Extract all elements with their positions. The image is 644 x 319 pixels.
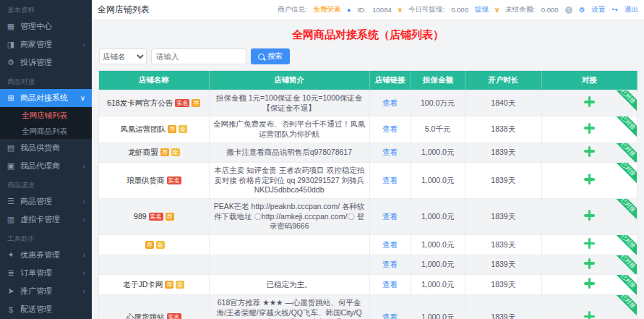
shop-name: 618发卡网官方公告 [107, 98, 173, 107]
sidebar-item-label: 推广管理 [20, 286, 52, 297]
yen-icon: ¥ [398, 6, 402, 14]
sidebar-item[interactable]: ⚙投诉管理 [0, 54, 92, 72]
shop-name: 老于JD卡网 [123, 280, 163, 289]
table-header-row: 店铺名称店铺简介店铺链接担保金额开户时长对接 [99, 71, 637, 90]
sidebar-section-label: 基本资料 [0, 0, 92, 17]
card-icon: ▥ [7, 215, 15, 224]
view-link[interactable]: 查看 [382, 260, 398, 268]
merchant-icon: ◨ [7, 40, 15, 49]
topbar: 全网店铺列表 商户信息: 免费荣素 ♦ ID: 10084 ¥ 今日可提现: 0… [92, 0, 644, 20]
connect-plus-icon[interactable] [584, 311, 595, 319]
sidebar-item-label: 优惠券管理 [20, 250, 60, 260]
connect-plus-icon[interactable] [584, 238, 595, 249]
sidebar-item[interactable]: ▤我品供货商 [0, 139, 92, 157]
column-header: 担保金额 [411, 71, 465, 90]
connect-plus-icon[interactable] [584, 123, 595, 134]
ribbon-badge: 已对接 [611, 275, 637, 295]
connect-cell: 已对接 [541, 275, 637, 295]
table-row: 琅墨供货商实名本店主卖 知评金贵 王者农药项目 双控稳定拍卖对接 价格肯定到位 … [99, 163, 637, 199]
sidebar-item[interactable]: ☰商品管理› [0, 192, 92, 210]
table-header: 店铺名称店铺简介店铺链接担保金额开户时长对接 [99, 71, 637, 90]
table-row: 龙虾商盟荐金搬卡注意看商品说明售后q978078617查看1,000.0元183… [99, 143, 637, 163]
badge: 荐 [165, 281, 173, 289]
system-icon: ⊞ [7, 93, 15, 103]
coupon-icon: ✦ [7, 250, 15, 260]
guarantee-amount: 5.0千元 [411, 116, 465, 143]
shop-name-cell: 心愿货跳站实名 [99, 294, 210, 319]
connect-plus-icon[interactable] [584, 174, 595, 184]
table-row: 查看1,000.0元1839天已对接 [99, 255, 637, 275]
sidebar-item-label: 商家管理 [20, 39, 52, 50]
search-bar: 店铺名 搜索 [99, 48, 644, 64]
complaint-icon: ⚙ [7, 58, 15, 67]
sidebar-item[interactable]: ➤推广管理› [0, 282, 92, 300]
delivery-icon: $ [7, 305, 15, 314]
chevron-down-icon: ∨ [80, 94, 85, 102]
connect-plus-icon[interactable] [584, 210, 595, 221]
shop-name: 琅墨供货商 [126, 176, 165, 184]
sidebar-item[interactable]: ≣订单管理› [0, 264, 92, 282]
settings-button[interactable]: 设置 [592, 5, 606, 14]
search-field-select[interactable]: 店铺名 [99, 48, 147, 64]
logout-button[interactable]: 退出 [624, 5, 638, 14]
view-link[interactable]: 查看 [382, 124, 398, 133]
sidebar-item[interactable]: ⊞商品对接系统∨ [0, 89, 92, 107]
ribbon-badge: 已对接 [611, 143, 637, 163]
view-link[interactable]: 查看 [382, 176, 398, 184]
withdraw-link[interactable]: 提现 [475, 5, 489, 14]
shop-name: 龙虾商盟 [128, 148, 158, 156]
logout-icon[interactable]: ↪ [612, 6, 618, 14]
sidebar-item[interactable]: ◨商家管理› [0, 35, 92, 54]
shop-name: 凤凰运营团队 [120, 124, 166, 133]
sidebar-section-label: 商品渠道 [0, 175, 92, 192]
gear-icon[interactable]: ⚙ [579, 6, 585, 14]
shop-link-cell: 查看 [369, 294, 411, 319]
main-content: 全网商品对接系统（店铺列表） 店铺名 搜索 店铺名称店铺简介店铺链接担保金额开户… [92, 20, 644, 319]
view-link[interactable]: 查看 [382, 280, 398, 289]
view-link[interactable]: 查看 [382, 148, 398, 156]
guarantee-amount: 1,000.0元 [411, 294, 465, 319]
search-button[interactable]: 搜索 [251, 48, 290, 64]
badge: 荐 [168, 125, 176, 133]
connect-plus-icon[interactable] [584, 146, 595, 157]
badge: 荐 [160, 148, 169, 156]
sidebar-item-label: 管理中心 [20, 21, 52, 32]
goods-icon: ☰ [7, 197, 15, 206]
sidebar-item[interactable]: ✦优惠券管理› [0, 246, 92, 264]
sidebar-item[interactable]: ▥虚拟卡管理› [0, 210, 92, 229]
table-row: 618发卡网官方公告实名荐担保金额 1元=100保证金 10元=1000保证金【… [99, 90, 637, 116]
sidebar-subitem[interactable]: 全网店铺列表 [0, 107, 92, 123]
connect-cell: 已对接 [541, 294, 637, 319]
shop-link-cell: 查看 [369, 199, 411, 235]
table-row: 心愿货跳站实名618官方推荐 ★★★ —心愿货跳站、何平金海/王者荣耀/穿越火线… [99, 294, 637, 319]
connect-cell: 已对接 [541, 235, 637, 255]
column-header: 店铺链接 [369, 71, 411, 90]
table-row: 老于JD卡网荐金已稳定为主。查看1,000.0元1839天已对接 [99, 275, 637, 295]
ribbon-badge: 已对接 [611, 116, 637, 140]
sidebar-subitem[interactable]: 全网商品列表 [0, 123, 92, 139]
sidebar-subitem-label: 全网商品列表 [22, 127, 67, 135]
connect-plus-icon[interactable] [584, 96, 595, 107]
shop-link-cell: 查看 [369, 90, 411, 116]
balance-label: 未结余额: [505, 5, 535, 14]
view-link[interactable]: 查看 [382, 312, 398, 319]
sidebar-item[interactable]: ▣我品代理商› [0, 157, 92, 175]
connect-plus-icon[interactable] [584, 258, 595, 269]
view-link[interactable]: 查看 [382, 212, 398, 221]
connect-plus-icon[interactable] [584, 278, 595, 289]
view-link[interactable]: 查看 [382, 240, 398, 249]
chevron-right-icon: › [83, 162, 85, 170]
guarantee-amount: 1,000.0元 [411, 275, 465, 295]
shop-intro: PEAK芒老 http://peaknb.cccpan.com/ 各种软件下载地… [209, 199, 369, 235]
search-input[interactable] [151, 48, 246, 64]
help-icon[interactable]: ? [565, 7, 572, 14]
sidebar-item[interactable]: ▦管理中心 [0, 17, 92, 35]
page-title: 全网店铺列表 [98, 4, 150, 16]
sidebar-item[interactable]: $配送管理 [0, 300, 92, 318]
sidebar-item-label: 商品对接系统 [20, 93, 68, 103]
chevron-right-icon: › [83, 287, 85, 295]
shop-intro: 本店主卖 知评金贵 王者农药项目 双控稳定拍卖对接 价格肯定到位 qq 2930… [209, 163, 369, 199]
supplier-icon: ▤ [7, 143, 15, 153]
view-link[interactable]: 查看 [382, 98, 398, 107]
dashboard-icon: ▦ [7, 22, 15, 31]
